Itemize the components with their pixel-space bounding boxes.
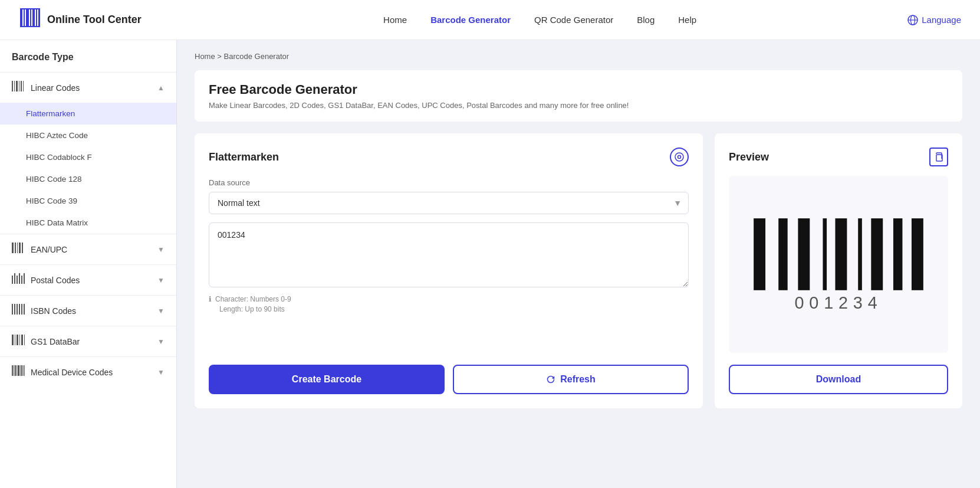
create-barcode-button[interactable]: Create Barcode [209,365,445,394]
barcode-icon [12,81,25,91]
linear-codes-icon [12,81,25,94]
settings-icon [675,152,684,162]
svg-rect-46 [20,365,21,376]
nav-blog[interactable]: Blog [637,15,655,25]
svg-rect-53 [754,219,765,291]
svg-rect-55 [798,219,810,291]
svg-rect-16 [21,81,22,91]
postal-barcode-icon [12,273,25,284]
svg-rect-5 [36,9,37,27]
sidebar-section-linear-codes: Linear Codes ▲ Flattermarken HIBC Aztec … [0,72,176,234]
svg-rect-37 [17,335,18,345]
logo: Online Tool Center [19,6,172,33]
sidebar-item-hibc-code128[interactable]: HIBC Code 128 [0,168,176,190]
globe-icon [907,15,918,25]
svg-rect-20 [17,243,18,253]
svg-rect-4 [32,9,35,27]
svg-rect-2 [26,9,29,27]
sidebar-item-hibc-code39[interactable]: HIBC Code 39 [0,190,176,212]
sidebar-section-medical-device-codes: Medical Device Codes ▼ [0,356,176,387]
settings-icon-button[interactable] [670,148,689,166]
panel-title: Flattermarken [209,151,279,163]
svg-rect-40 [24,335,25,345]
svg-rect-42 [14,365,14,376]
ean-upc-icon [12,243,25,256]
breadcrumb: Home > Barcode Generator [195,52,962,61]
sidebar-section-header-ean-upc[interactable]: EAN/UPC ▼ [0,234,176,264]
sidebar-title: Barcode Type [0,52,176,72]
svg-rect-32 [19,304,20,315]
nav-barcode-generator[interactable]: Barcode Generator [430,15,511,25]
svg-rect-8 [20,26,40,27]
breadcrumb-current: Barcode Generator [224,52,290,61]
svg-rect-38 [19,335,20,345]
sidebar-section-header-postal-codes[interactable]: Postal Codes ▼ [0,265,176,295]
refresh-button[interactable]: Refresh [453,365,689,394]
sidebar: Barcode Type Linear Codes [0,40,177,488]
svg-rect-21 [19,243,21,253]
refresh-icon [546,375,555,384]
download-button[interactable]: Download [729,365,948,394]
content-area: Home > Barcode Generator Free Barcode Ge… [177,40,980,488]
svg-rect-56 [823,219,827,291]
svg-rect-57 [835,219,847,291]
svg-rect-49 [24,365,25,376]
svg-rect-31 [17,304,18,315]
language-label: Language [922,15,961,25]
refresh-label: Refresh [560,374,596,385]
medical-barcode-icon [12,365,25,376]
sidebar-section-postal-codes: Postal Codes ▼ [0,264,176,295]
ean-upc-label: EAN/UPC [31,245,67,254]
gs1-barcode-icon [12,335,25,345]
sidebar-section-header-gs1-databar[interactable]: GS1 DataBar ▼ [0,326,176,356]
datasource-select[interactable]: Normal text CSV file Database [209,192,689,214]
breadcrumb-separator: > [217,52,222,61]
hint-text: ℹ Character: Numbers 0-9 Length: Up to 9… [209,295,689,313]
sidebar-section-header-medical-device-codes[interactable]: Medical Device Codes ▼ [0,357,176,387]
svg-rect-17 [23,81,24,91]
isbn-barcode-icon [12,304,25,315]
postal-codes-label: Postal Codes [31,276,80,285]
svg-rect-47 [21,365,22,376]
hint-length-row: Length: Up to 90 bits [209,305,689,313]
nav-home[interactable]: Home [383,15,407,25]
medical-device-codes-label: Medical Device Codes [31,368,113,377]
right-panel: Preview [715,133,962,408]
svg-rect-48 [23,365,24,376]
sidebar-item-hibc-aztec[interactable]: HIBC Aztec Code [0,125,176,146]
svg-rect-0 [20,9,22,27]
isbn-codes-chevron: ▼ [157,307,165,315]
isbn-codes-icon [12,304,25,317]
barcode-text-input[interactable] [209,222,689,287]
svg-rect-30 [14,304,15,315]
sidebar-item-hibc-codablock[interactable]: HIBC Codablock F [0,146,176,168]
nav-help[interactable]: Help [678,15,696,25]
svg-point-50 [675,153,683,161]
logo-icon [19,6,41,33]
svg-rect-35 [12,335,14,345]
medical-device-codes-chevron: ▼ [157,368,165,376]
copy-icon-button[interactable] [929,148,948,166]
isbn-codes-label: ISBN Codes [31,306,76,316]
postal-codes-chevron: ▼ [157,276,165,284]
sidebar-section-header-linear-codes[interactable]: Linear Codes ▲ [0,73,176,103]
svg-text:001234: 001234 [794,293,882,312]
sidebar-item-hibc-data-matrix[interactable]: HIBC Data Matrix [0,212,176,234]
svg-rect-45 [18,365,19,376]
svg-rect-19 [15,243,16,253]
svg-rect-24 [14,273,15,284]
language-button[interactable]: Language [907,15,961,25]
sidebar-item-flattermarken[interactable]: Flattermarken [0,103,176,125]
ean-barcode-icon [12,243,25,253]
svg-rect-14 [16,81,18,91]
svg-point-51 [678,156,681,159]
sidebar-section-header-isbn-codes[interactable]: ISBN Codes ▼ [0,296,176,326]
nav-qr-code-generator[interactable]: QR Code Generator [534,15,613,25]
gs1-databar-chevron: ▼ [157,338,165,346]
gs1-databar-label: GS1 DataBar [31,337,80,346]
hint-length: Length: Up to 90 bits [219,305,285,313]
svg-rect-33 [21,304,22,315]
breadcrumb-home[interactable]: Home [195,52,215,61]
hint-character-row: ℹ Character: Numbers 0-9 [209,295,689,303]
svg-rect-36 [15,335,15,345]
